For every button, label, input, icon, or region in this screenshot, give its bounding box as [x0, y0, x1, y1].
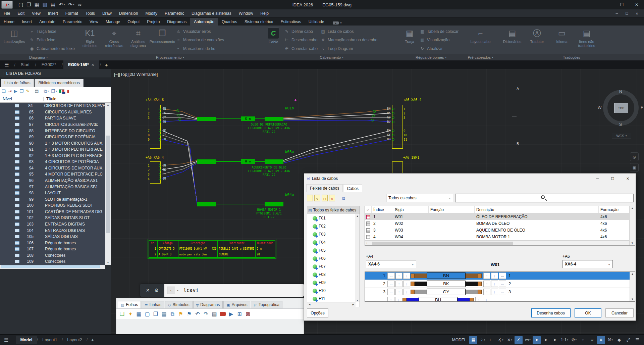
- group-label-pre-cabeados[interactable]: Pré-cabeados▾: [462, 54, 499, 60]
- group-label-traducoes[interactable]: Traduções: [499, 54, 644, 60]
- sheet-icon[interactable]: ▢: [144, 311, 150, 317]
- new-cable-icon[interactable]: [307, 195, 313, 201]
- table-horizontal-scrollbar[interactable]: ‹ ›: [365, 240, 635, 245]
- print-icon[interactable]: ▤: [211, 311, 217, 317]
- search-input[interactable]: [455, 194, 634, 202]
- properties-icon[interactable]: ▤: [161, 311, 167, 317]
- layout-tab[interactable]: Model: [16, 336, 37, 344]
- edit-cable-icon[interactable]: ✎: [314, 195, 320, 201]
- chevron-down-icon[interactable]: ▾: [177, 289, 178, 292]
- wire-grid-scrollbar[interactable]: ▲▼: [630, 272, 635, 301]
- toolbar-icon[interactable]: [32, 89, 32, 94]
- layout-menu-icon[interactable]: ☰: [4, 337, 8, 343]
- units-icon[interactable]: ⧈: [588, 336, 596, 344]
- scrollbar-thumb[interactable]: [1, 265, 100, 268]
- hamburger-menu-icon[interactable]: ☰: [0, 60, 13, 69]
- tree-item[interactable]: F07: [307, 262, 355, 270]
- sheet-list-row[interactable]: 104 ENTRADAS DIGITAIS: [0, 227, 105, 234]
- tree-item[interactable]: F04: [307, 238, 355, 246]
- new-sheet-icon[interactable]: ❏: [2, 89, 6, 94]
- minimize-button[interactable]: ─: [600, 0, 614, 9]
- ribbon-button[interactable]: ✎Define cabo: [284, 27, 318, 36]
- move-down-icon[interactable]: ↓: [403, 289, 410, 295]
- column-header[interactable]: Função: [429, 206, 475, 213]
- compass-west[interactable]: W: [598, 105, 601, 110]
- copy-sheet-icon[interactable]: ❐: [20, 89, 24, 94]
- move-down-icon[interactable]: ↓: [395, 297, 402, 302]
- menu-item[interactable]: View: [28, 11, 44, 16]
- app-logo-button[interactable]: i ▾: [1, 1, 13, 9]
- dock-tab-topografica[interactable]: ◸ Topográfica: [251, 301, 282, 308]
- table-vertical-scrollbar[interactable]: ▲▼: [629, 206, 635, 245]
- sheet-list-row[interactable]: 97 ALIMENTAÇÃO BÁSICA SB1: [0, 184, 105, 190]
- mdi-restore-button[interactable]: ☐: [622, 9, 632, 17]
- tree-horizontal-scrollbar[interactable]: ◄►: [307, 302, 356, 307]
- move-up-icon[interactable]: ↑: [395, 281, 402, 287]
- tree-item[interactable]: F03: [307, 230, 355, 238]
- ribbon-tab[interactable]: Annotate: [36, 18, 59, 26]
- dock-tab-linhas[interactable]: ≣ Linhas: [142, 301, 164, 308]
- ribbon-big-button[interactable]: ▤ Dicionários: [500, 26, 525, 54]
- move-down-icon[interactable]: ↓: [491, 273, 498, 279]
- dialog-close-button[interactable]: ✕: [620, 174, 635, 183]
- ribbon-tab[interactable]: Sistema eletrico: [241, 18, 277, 26]
- viewcube-top-face[interactable]: TOP: [614, 103, 628, 113]
- toolbar-icon[interactable]: [41, 89, 41, 94]
- wcs-button[interactable]: WCS▾: [612, 133, 631, 139]
- new-layout-button[interactable]: +: [88, 337, 97, 343]
- sheet-list-row[interactable]: 95 4 MOTOR DE INTERFACE PLC: [0, 171, 105, 178]
- attach-icon[interactable]: ⧉ ▾: [44, 89, 49, 94]
- tree-root-item[interactable]: ▤ Todos os feixe de cabos: [307, 206, 360, 214]
- command-input[interactable]: >_ ▾ _lcavi: [164, 284, 304, 297]
- menu-item[interactable]: Parametric: [161, 11, 188, 16]
- ribbon-big-button[interactable]: K1 Sigla símbolos: [78, 26, 102, 54]
- dialog-titlebar[interactable]: ⌸ Lista de cabos: [304, 174, 636, 184]
- ribbon-big-button[interactable]: Ⓐ Tradutor: [525, 26, 549, 54]
- scroll-up-icon[interactable]: ▲: [107, 103, 109, 106]
- column-header[interactable]: Índice: [372, 206, 393, 213]
- dock-tab-diagramas[interactable]: ╦ Diagramas: [193, 301, 223, 308]
- ribbon-tab[interactable]: Output: [124, 18, 143, 26]
- ok-button[interactable]: OK: [575, 308, 601, 317]
- draw-cables-button[interactable]: Desenha cabos: [531, 308, 571, 317]
- new-file-icon[interactable]: ▢: [17, 2, 24, 8]
- annotation-scale-icon[interactable]: 1:1▾: [560, 336, 569, 344]
- group-label-regua[interactable]: Régua de bornes▾: [400, 54, 462, 60]
- move-up-icon[interactable]: ↑: [475, 297, 482, 302]
- menu-item[interactable]: Tools: [82, 11, 99, 16]
- ribbon-button[interactable]: ⌁Marcadores de fio: [176, 45, 224, 53]
- compass-north[interactable]: N: [619, 89, 622, 94]
- new-tab-button[interactable]: +: [102, 60, 111, 69]
- menu-item[interactable]: Format: [62, 11, 82, 16]
- group-label-cabeamento[interactable]: Cabeamento▾: [263, 54, 400, 60]
- ribbon-tab[interactable]: View: [86, 18, 102, 26]
- translate-flags-icon[interactable]: [59, 89, 64, 93]
- ribbon-big-button[interactable]: ⌗ Análises diagrama: [126, 26, 150, 54]
- drag-grip-icon[interactable]: ⁞: [3, 72, 4, 75]
- polar-tracking-icon[interactable]: ∡▾: [496, 336, 504, 344]
- dialog-maximize-button[interactable]: ☐: [605, 174, 620, 183]
- undo-icon[interactable]: ↶: [195, 311, 201, 317]
- cancel-button[interactable]: Cancelar: [605, 308, 634, 317]
- tree-item[interactable]: F01: [307, 214, 355, 222]
- group-label-processamento[interactable]: Processamento▾: [77, 54, 263, 60]
- print-icon[interactable]: ▤: [50, 2, 56, 8]
- sheet-list-row[interactable]: 87 CIRCUITOS auxiliares-24Vdc: [0, 121, 105, 128]
- ribbon-big-button[interactable]: ❒ Processamento: [150, 26, 174, 54]
- redo-icon[interactable]: ↷▾: [67, 2, 75, 8]
- annotation-visibility-icon[interactable]: +: [579, 336, 587, 344]
- compass-south[interactable]: S: [619, 122, 622, 127]
- column-header[interactable]: Sigla: [393, 206, 429, 213]
- menu-item[interactable]: Help: [257, 11, 272, 16]
- ribbon-button[interactable]: ✎Edita feixe: [29, 36, 75, 44]
- ribbon-button[interactable]: ⌐Traça feixe: [29, 27, 75, 36]
- ortho-mode-icon[interactable]: ∟: [487, 336, 495, 344]
- tree-item[interactable]: F02: [307, 222, 355, 230]
- cable-table-row[interactable]: 4 W04 BOMBA MOTOR 1 4x6: [365, 234, 635, 240]
- ribbon-tab[interactable]: Parametric: [59, 18, 86, 26]
- ribbon-button[interactable]: ⚠Visualizar erros: [176, 27, 224, 36]
- ribbon-button[interactable]: ▤Lista de cabos: [320, 27, 377, 36]
- move-up-icon[interactable]: ↑: [395, 289, 402, 295]
- ribbon-tab[interactable]: Insert: [18, 18, 36, 26]
- save-as-icon[interactable]: ▧: [42, 2, 48, 8]
